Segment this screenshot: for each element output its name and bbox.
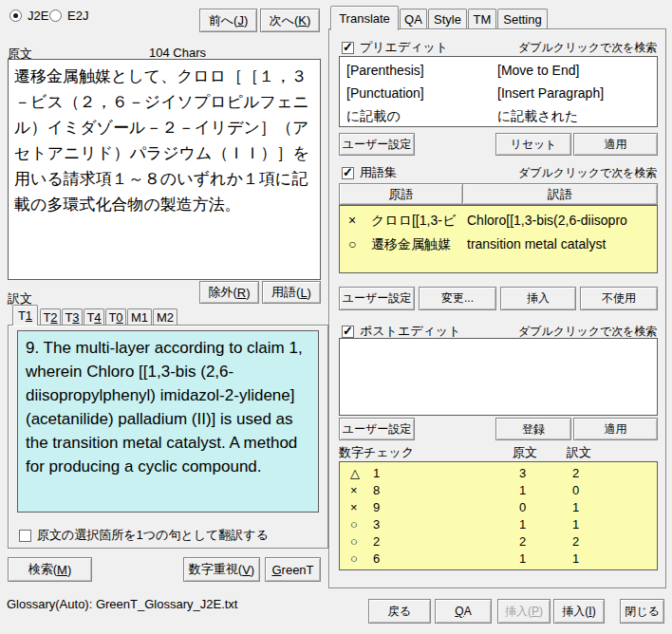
number-check-row[interactable]: ○ 6 1 1 [340, 550, 657, 568]
checkbox-box [19, 530, 31, 542]
next-button[interactable]: 次へ(K) [260, 9, 320, 32]
tab-label: T [108, 310, 116, 325]
radio-j2e[interactable]: J2E [9, 9, 48, 23]
tab-label: T [65, 310, 72, 325]
tab-label: M1 [131, 310, 148, 325]
glossary-source-column-header[interactable]: 原語 [339, 183, 463, 205]
tab-m2[interactable]: M2 [153, 308, 177, 326]
target-count: 2 [572, 465, 610, 482]
close-button[interactable]: 閉じる [620, 599, 664, 624]
tab-tm[interactable]: TM [468, 9, 496, 29]
prev-button[interactable]: 前へ(J) [199, 9, 257, 32]
preedit-action: に記載された [497, 104, 654, 127]
target-count: 2 [572, 533, 610, 550]
glossary-user-settings-button[interactable]: ユーザー設定 [339, 287, 415, 310]
match-mark: △ [350, 465, 369, 482]
tab-translate[interactable]: Translate [330, 6, 399, 30]
preedit-rule: [Parenthesis] [346, 59, 494, 82]
status-glossary-file: Glossary(Auto): GreenT_Glossary_J2E.txt [7, 597, 237, 611]
exclude-button[interactable]: 除外(R) [199, 281, 259, 304]
translate-as-one-phrase-checkbox[interactable]: 原文の選択箇所を1つの句として翻訳する [19, 527, 269, 544]
radio-e2j[interactable]: E2J [49, 9, 88, 23]
tab-setting[interactable]: Setting [497, 9, 548, 29]
glossary-insert-button[interactable]: 挿入 [500, 287, 576, 310]
accel-key: K [298, 13, 307, 28]
tab-accel: 3 [72, 310, 79, 325]
tab-qa[interactable]: QA [400, 9, 427, 29]
preedit-reset-button[interactable]: リセット [495, 133, 571, 156]
accel-key: G [271, 563, 281, 577]
insert-p-button: 挿入(P) [497, 599, 551, 624]
list-item[interactable]: に記載の に記載された [340, 104, 657, 127]
source-count: 2 [519, 533, 557, 550]
checked-number: 8 [373, 482, 506, 499]
tab-m1[interactable]: M1 [127, 308, 152, 326]
tab-t2[interactable]: T2 [40, 308, 61, 326]
insert-i-button[interactable]: 挿入(I) [553, 599, 605, 624]
tab-accel: 4 [94, 310, 101, 325]
label-part: 除外( [208, 284, 236, 301]
source-count: 1 [519, 550, 557, 568]
preedit-user-settings-button[interactable]: ユーザー設定 [339, 133, 415, 156]
label-part: A [464, 605, 472, 618]
list-item[interactable]: [Punctuation] [Insert Paragraph] [340, 82, 657, 104]
postedit-apply-button[interactable]: 適用 [573, 418, 658, 440]
preedit-checkbox[interactable]: プリエディット [342, 39, 448, 56]
tab-t4[interactable]: T4 [84, 308, 104, 326]
source-count: 1 [519, 482, 557, 499]
number-check-label: 数字チェック [339, 444, 414, 461]
tab-t0[interactable]: T0 [105, 308, 126, 326]
radio-j2e-dot [9, 9, 22, 22]
source-count: 3 [519, 465, 557, 482]
checked-number: 9 [373, 499, 506, 516]
list-item[interactable]: [Parenthesis] [Move to End] [340, 59, 657, 82]
postedit-list[interactable] [339, 338, 658, 416]
tab-t3[interactable]: T3 [62, 308, 83, 326]
number-check-row[interactable]: × 8 1 0 [340, 482, 657, 499]
postedit-register-button[interactable]: 登録 [495, 418, 571, 440]
glossary-change-button[interactable]: 変更... [419, 287, 496, 310]
target-count: 1 [572, 516, 610, 533]
glossary-source-term: クロロ[[1,3-ビ [371, 209, 463, 233]
term-button[interactable]: 用語(L) [262, 281, 321, 304]
checked-number: 3 [373, 516, 506, 533]
label-part: ) [244, 13, 248, 28]
number-check-row[interactable]: ○ 3 1 1 [340, 516, 657, 533]
postedit-user-settings-button[interactable]: ユーザー設定 [339, 418, 415, 440]
number-check-list[interactable]: △ 1 3 2 × 8 1 0 × 9 0 1 ○ 3 1 1 ○ 2 2 2 [339, 461, 658, 570]
glossary-target-column-header[interactable]: 訳語 [462, 183, 658, 205]
glossary-not-use-button[interactable]: 不使用 [580, 287, 658, 310]
greent-button[interactable]: GreenT [265, 557, 321, 582]
preedit-apply-button[interactable]: 適用 [573, 133, 658, 156]
preedit-action: [Move to End] [497, 59, 654, 82]
label-part: 挿入( [505, 604, 532, 620]
number-check-row[interactable]: △ 1 3 2 [340, 465, 657, 482]
checkbox-box [342, 167, 354, 179]
number-check-row[interactable]: × 9 0 1 [340, 499, 657, 516]
glossary-row[interactable]: ○ 遷移金属触媒 transition metal catalyst [340, 233, 657, 256]
numbers-first-button[interactable]: 数字重視(V) [183, 557, 260, 582]
qa-button[interactable]: QA [435, 599, 492, 624]
glossary-list[interactable]: × クロロ[[1,3-ビ Chloro[[1,3-bis(2,6-diisopr… [339, 205, 658, 273]
label-part: ) [539, 605, 543, 618]
tab-style[interactable]: Style [428, 9, 467, 29]
tab-label: QA [404, 12, 422, 27]
accel-key: M [57, 563, 67, 577]
label-part: 検索( [28, 561, 57, 578]
number-check-row[interactable]: ○ 2 2 2 [340, 533, 657, 550]
glossary-row[interactable]: × クロロ[[1,3-ビ Chloro[[1,3-bis(2,6-diisopr… [340, 209, 657, 233]
checked-number: 1 [373, 465, 506, 482]
target-textarea[interactable]: 9. The multi-layer according to claim 1,… [17, 330, 319, 513]
radio-e2j-label: E2J [67, 9, 88, 23]
number-check-source-header: 原文 [513, 444, 537, 461]
preedit-list[interactable]: [Parenthesis] [Move to End] [Punctuation… [339, 56, 658, 127]
tab-t1[interactable]: T1 [12, 305, 38, 326]
checked-number: 2 [373, 533, 506, 550]
search-button[interactable]: 検索(M) [8, 557, 92, 582]
match-mark: × [350, 482, 369, 499]
back-button[interactable]: 戻る [368, 599, 431, 624]
tab-label: M2 [157, 310, 174, 325]
glossary-checkbox[interactable]: 用語集 [342, 164, 397, 181]
preedit-rule: [Punctuation] [346, 82, 494, 104]
source-textarea[interactable]: 遷移金属触媒として、クロロ［［１，３－ビス（２，６－ジイソプロピルフェニル）イミ… [8, 59, 321, 280]
